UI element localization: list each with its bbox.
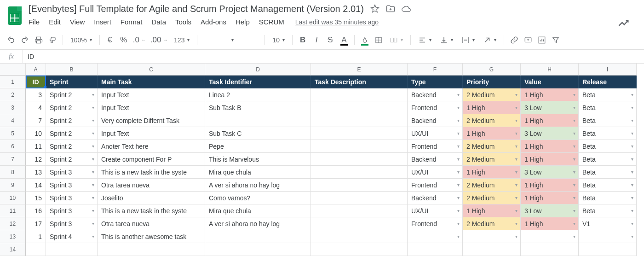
cell[interactable]	[311, 217, 408, 230]
cell[interactable]: 2 Medium	[463, 179, 521, 192]
cell[interactable]: Beta	[579, 179, 637, 192]
cell[interactable]: Sprint 3	[46, 179, 98, 192]
col-header-B[interactable]: B	[46, 64, 98, 76]
select-all-corner[interactable]	[0, 64, 26, 76]
cell[interactable]: 2 Medium	[463, 88, 521, 101]
cell[interactable]: Create component For P	[98, 153, 205, 166]
row-header-6[interactable]: 6	[0, 140, 26, 153]
cell[interactable]: 1 High	[521, 153, 579, 166]
menu-edit[interactable]: Edit	[44, 16, 65, 28]
cell[interactable]: This is a new task in the syste	[98, 204, 205, 217]
cell[interactable]: Backend	[408, 192, 463, 204]
cell[interactable]: Beta	[579, 127, 637, 140]
cell[interactable]: 2 Medium	[463, 192, 521, 204]
cell[interactable]: 10	[26, 127, 46, 140]
percent-button[interactable]: %	[117, 34, 130, 47]
cell[interactable]: 11	[26, 140, 46, 153]
sheets-logo[interactable]	[6, 4, 24, 28]
cell[interactable]: Frontend	[408, 179, 463, 192]
cell[interactable]: This is another awesome task	[98, 230, 205, 243]
cell[interactable]: Anoter Text here	[98, 140, 205, 153]
col-header-I[interactable]: I	[579, 64, 637, 76]
header-main[interactable]: Main Task	[98, 76, 205, 88]
cell[interactable]: Beta	[579, 101, 637, 114]
cell[interactable]	[579, 243, 637, 256]
cell[interactable]: 1 High	[521, 192, 579, 204]
cell[interactable]: 3	[26, 88, 46, 101]
cloud-status-icon[interactable]	[402, 4, 411, 15]
cell[interactable]: Beta	[579, 88, 637, 101]
cell[interactable]	[205, 230, 311, 243]
col-header-A[interactable]: A	[26, 64, 46, 76]
cell[interactable]: 3 Low	[521, 204, 579, 217]
cell[interactable]: Input Text	[98, 101, 205, 114]
cell[interactable]: Beta	[579, 140, 637, 153]
cell[interactable]: A ver si ahora no hay log	[205, 217, 311, 230]
wrap-button[interactable]	[458, 34, 478, 47]
cell[interactable]: Backend	[408, 114, 463, 127]
header-tid[interactable]: Task Identifier	[205, 76, 311, 88]
row-header-7[interactable]: 7	[0, 153, 26, 166]
cell[interactable]: Sprint 2	[46, 153, 98, 166]
row-header-2[interactable]: 2	[0, 88, 26, 101]
cell[interactable]	[521, 230, 579, 243]
menu-insert[interactable]: Insert	[89, 16, 116, 28]
text-color-button[interactable]: A	[338, 34, 351, 47]
cell[interactable]: V1	[579, 217, 637, 230]
cell[interactable]: 3 Low	[521, 127, 579, 140]
cell[interactable]: 3 Low	[521, 166, 579, 179]
halign-button[interactable]	[414, 34, 435, 47]
row-header-4[interactable]: 4	[0, 114, 26, 127]
cell[interactable]: Beta	[579, 153, 637, 166]
cell[interactable]: 17	[26, 217, 46, 230]
row-header-5[interactable]: 5	[0, 127, 26, 140]
cell[interactable]: Joselito	[98, 192, 205, 204]
italic-button[interactable]: I	[310, 34, 323, 47]
cell[interactable]: Pepe	[205, 140, 311, 153]
row-header-14[interactable]: 14	[0, 243, 26, 256]
cell[interactable]	[463, 243, 521, 256]
spreadsheet-grid[interactable]: IDSprintMain TaskTask IdentifierTask Des…	[26, 76, 637, 256]
cell[interactable]: 1 High	[521, 88, 579, 101]
cell[interactable]	[311, 88, 408, 101]
cell[interactable]: 4	[26, 101, 46, 114]
row-header-13[interactable]: 13	[0, 230, 26, 243]
cell[interactable]: Sprint 4	[46, 230, 98, 243]
menu-tools[interactable]: Tools	[171, 16, 196, 28]
cell[interactable]: Frontend	[408, 140, 463, 153]
cell[interactable]: 16	[26, 204, 46, 217]
cell[interactable]: Input Text	[98, 88, 205, 101]
cell[interactable]: Frontend	[408, 217, 463, 230]
cell[interactable]	[311, 204, 408, 217]
menu-help[interactable]: Help	[231, 16, 254, 28]
cell[interactable]: Sprint 2	[46, 88, 98, 101]
currency-button[interactable]: €	[104, 34, 116, 47]
cell[interactable]: 7	[26, 114, 46, 127]
cell[interactable]: 1 High	[521, 114, 579, 127]
link-button[interactable]	[508, 34, 521, 47]
cell[interactable]: 15	[26, 192, 46, 204]
cell[interactable]: 1 High	[521, 179, 579, 192]
row-header-9[interactable]: 9	[0, 179, 26, 192]
cell[interactable]	[311, 243, 408, 256]
comment-button[interactable]	[522, 34, 535, 47]
cell[interactable]: Linea 2	[205, 88, 311, 101]
paint-format-button[interactable]	[46, 34, 59, 47]
cell[interactable]: Sprint 3	[46, 192, 98, 204]
cell[interactable]	[311, 192, 408, 204]
fontsize-dropdown[interactable]: 10	[269, 34, 288, 47]
cell[interactable]: 2 Medium	[463, 140, 521, 153]
fill-color-button[interactable]	[358, 34, 371, 47]
cell[interactable]: UX/UI	[408, 204, 463, 217]
col-header-E[interactable]: E	[311, 64, 408, 76]
cell[interactable]: 1 High	[463, 166, 521, 179]
cell[interactable]	[311, 127, 408, 140]
cell[interactable]: This is Marvelous	[205, 153, 311, 166]
cell[interactable]: Sprint 2	[46, 140, 98, 153]
menu-format[interactable]: Format	[116, 16, 147, 28]
print-button[interactable]	[32, 34, 45, 47]
row-header-12[interactable]: 12	[0, 217, 26, 230]
cell[interactable]: Beta	[579, 204, 637, 217]
cell[interactable]	[311, 140, 408, 153]
formula-input[interactable]: ID	[23, 53, 34, 60]
